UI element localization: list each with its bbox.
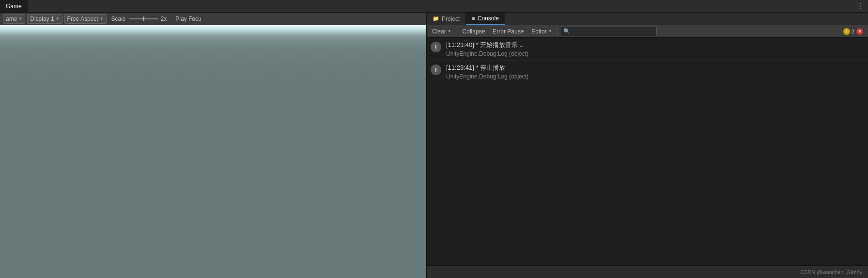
aspect-dropdown[interactable]: Free Aspect ▼ xyxy=(64,14,107,24)
console-search-input[interactable] xyxy=(572,29,653,34)
console-content: ! [11:23:40] * 开始播放音乐 .. UnityEngine.Deb… xyxy=(427,38,868,265)
error-badge-icon: ✕ xyxy=(856,28,863,35)
scale-text-label: Scale xyxy=(111,15,126,22)
divider-1 xyxy=(457,28,457,35)
tab-game[interactable]: Game xyxy=(0,0,28,12)
scale-value-label: 2x xyxy=(161,15,167,22)
console-tab-icon: ≡ xyxy=(472,15,475,21)
badge-group: ! 2 ✕ xyxy=(843,28,866,35)
divider-2 xyxy=(558,28,558,35)
clear-label: Clear xyxy=(432,28,446,35)
warning-badge: ! 2 xyxy=(843,28,854,35)
game-panel: ame ▼ Display 1 ▼ Free Aspect ▼ Scale 2x… xyxy=(0,13,426,278)
project-tab-label: Project xyxy=(442,15,460,22)
scale-area: Scale 2x xyxy=(108,15,170,22)
tab-project[interactable]: 📁 Project xyxy=(427,13,466,25)
tab-console[interactable]: ≡ Console xyxy=(466,13,505,25)
error-pause-button[interactable]: Error Pause xyxy=(489,27,527,36)
search-icon: 🔍 xyxy=(563,28,570,34)
game-viewport xyxy=(0,25,426,278)
play-focus-button[interactable]: Play Focu xyxy=(171,14,205,24)
play-focus-label: Play Focu xyxy=(175,15,201,22)
scale-slider[interactable] xyxy=(129,18,158,19)
display-label: Display 1 xyxy=(30,15,54,22)
warning-count: 2 xyxy=(852,29,854,34)
console-search-box[interactable]: 🔍 xyxy=(560,27,657,36)
main-content: ame ▼ Display 1 ▼ Free Aspect ▼ Scale 2x… xyxy=(0,13,868,278)
console-entry-2-text: [11:23:41] * 停止播放 UnityEngine.Debug:Log … xyxy=(446,63,528,80)
editor-button[interactable]: Editor ▼ xyxy=(528,27,555,36)
editor-arrow-icon: ▼ xyxy=(548,29,552,33)
display-arrow-icon: ▼ xyxy=(56,16,60,21)
console-entry-2-icon: ! xyxy=(431,64,441,75)
error-badge: ✕ xyxy=(856,28,863,35)
console-entry-1-text: [11:23:40] * 开始播放音乐 .. UnityEngine.Debug… xyxy=(446,41,528,57)
game-toolbar: ame ▼ Display 1 ▼ Free Aspect ▼ Scale 2x… xyxy=(0,13,426,25)
game-tab-label: Game xyxy=(6,3,22,10)
collapse-button[interactable]: Collapse xyxy=(459,27,489,36)
collapse-label: Collapse xyxy=(463,28,485,35)
aspect-arrow-icon: ▼ xyxy=(100,16,104,21)
console-entry-2-main: [11:23:41] * 停止播放 xyxy=(446,63,528,72)
entry-1-timestamp: [11:23:40] xyxy=(446,41,474,48)
console-tab-label: Console xyxy=(478,15,499,22)
name-arrow-icon: ▼ xyxy=(18,16,22,21)
right-tab-bar: 📁 Project ≡ Console xyxy=(427,13,868,25)
name-dropdown[interactable]: ame ▼ xyxy=(3,14,25,24)
tab-more-button[interactable]: ⋮ xyxy=(852,0,868,13)
clear-button[interactable]: Clear ▼ xyxy=(429,27,455,36)
display-dropdown[interactable]: Display 1 ▼ xyxy=(27,14,62,24)
console-entry-1-icon: ! xyxy=(431,42,441,52)
warning-badge-icon: ! xyxy=(843,28,850,35)
editor-label: Editor xyxy=(531,28,546,35)
right-panel: 📁 Project ≡ Console Clear ▼ Collapse Err… xyxy=(426,13,868,278)
entry-2-timestamp: [11:23:41] xyxy=(446,64,474,71)
project-tab-icon: 📁 xyxy=(433,15,439,22)
footer-text: CSDN @wanchen_Gabby xyxy=(800,269,862,275)
entry-1-message: * 开始播放音乐 .. xyxy=(474,41,523,48)
console-entry-1-sub: UnityEngine.Debug:Log (object) xyxy=(446,50,528,57)
console-entry-2[interactable]: ! [11:23:41] * 停止播放 UnityEngine.Debug:Lo… xyxy=(427,61,868,83)
clear-arrow-icon: ▼ xyxy=(448,29,451,33)
console-entry-1[interactable]: ! [11:23:40] * 开始播放音乐 .. UnityEngine.Deb… xyxy=(427,38,868,61)
console-toolbar: Clear ▼ Collapse Error Pause Editor ▼ 🔍 xyxy=(427,25,868,38)
entry-2-message: * 停止播放 xyxy=(474,64,505,71)
console-footer: CSDN @wanchen_Gabby xyxy=(427,265,868,278)
console-entry-1-main: [11:23:40] * 开始播放音乐 .. xyxy=(446,41,528,49)
name-label: ame xyxy=(6,15,17,22)
tab-bar: Game ⋮ xyxy=(0,0,868,13)
aspect-label: Free Aspect xyxy=(67,15,98,22)
error-pause-label: Error Pause xyxy=(493,28,524,35)
console-entry-2-sub: UnityEngine.Debug:Log (object) xyxy=(446,73,528,80)
